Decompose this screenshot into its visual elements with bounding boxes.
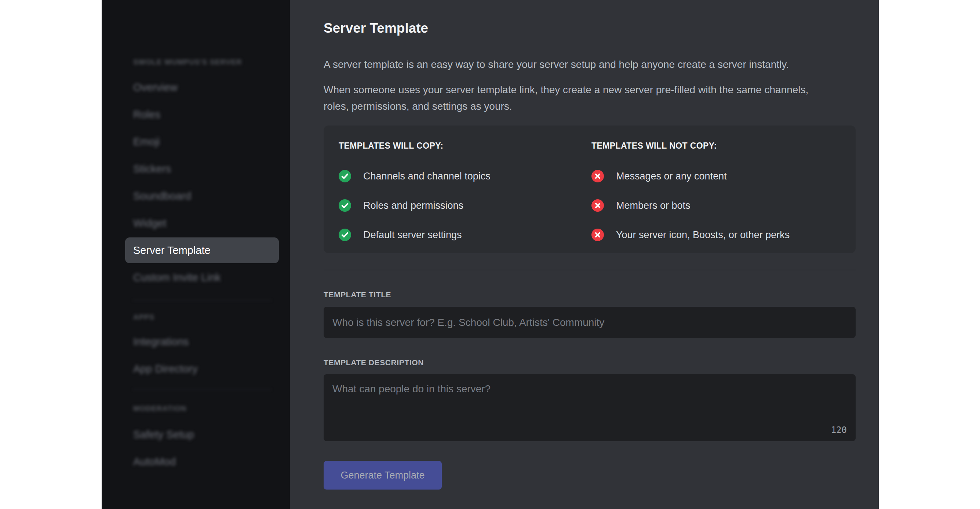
intro-paragraph-2: When someone uses your server template l… bbox=[324, 81, 856, 115]
settings-nav: SWOLE WUMPUS'S SERVER Overview Roles Emo… bbox=[125, 0, 279, 476]
settings-sidebar: SWOLE WUMPUS'S SERVER Overview Roles Emo… bbox=[102, 0, 290, 509]
generate-template-button[interactable]: Generate Template bbox=[324, 461, 442, 490]
will-copy-item: Channels and channel topics bbox=[363, 171, 490, 182]
template-description-label: TEMPLATE DESCRIPTION bbox=[324, 358, 856, 367]
sidebar-section-apps: APPS bbox=[125, 313, 279, 321]
sidebar-item-custom-invite-link[interactable]: Custom Invite Link bbox=[125, 265, 279, 290]
list-item: Messages or any content bbox=[592, 161, 841, 191]
sidebar-item-app-directory[interactable]: App Directory bbox=[125, 356, 279, 382]
sidebar-item-integrations[interactable]: Integrations bbox=[125, 329, 279, 355]
sidebar-section-moderation: MODERATION bbox=[125, 404, 279, 413]
sidebar-item-server-template[interactable]: Server Template bbox=[125, 237, 279, 263]
template-title-label: TEMPLATE TITLE bbox=[324, 290, 856, 299]
x-circle-icon bbox=[592, 229, 604, 241]
will-not-copy-heading: TEMPLATES WILL NOT COPY: bbox=[592, 141, 841, 151]
intro-paragraph-1: A server template is an easy way to shar… bbox=[324, 56, 856, 73]
sidebar-item-widget[interactable]: Widget bbox=[125, 210, 279, 236]
list-item: Roles and permissions bbox=[339, 191, 592, 220]
list-item: Members or bots bbox=[592, 191, 841, 220]
template-description-textarea[interactable] bbox=[324, 374, 856, 441]
characters-remaining-counter: 120 bbox=[831, 425, 847, 435]
sidebar-section-server-name: SWOLE WUMPUS'S SERVER bbox=[125, 58, 279, 67]
template-title-input[interactable] bbox=[324, 307, 856, 338]
sidebar-item-safety-setup[interactable]: Safety Setup bbox=[125, 422, 279, 447]
will-copy-heading: TEMPLATES WILL COPY: bbox=[339, 141, 592, 151]
sidebar-item-soundboard[interactable]: Soundboard bbox=[125, 183, 279, 209]
list-item: Channels and channel topics bbox=[339, 161, 592, 191]
check-circle-icon bbox=[339, 170, 351, 182]
discord-server-settings-window: SWOLE WUMPUS'S SERVER Overview Roles Emo… bbox=[102, 0, 879, 509]
will-copy-item: Default server settings bbox=[363, 229, 462, 241]
sidebar-item-emoji[interactable]: Emoji bbox=[125, 129, 279, 154]
page-title: Server Template bbox=[324, 20, 856, 37]
will-not-copy-column: TEMPLATES WILL NOT COPY: Messages or any… bbox=[592, 141, 841, 250]
sidebar-divider bbox=[132, 300, 272, 301]
section-divider bbox=[324, 270, 856, 270]
list-item: Default server settings bbox=[339, 220, 592, 250]
x-circle-icon bbox=[592, 170, 604, 182]
template-copy-info-card: TEMPLATES WILL COPY: Channels and channe… bbox=[324, 126, 856, 253]
will-copy-column: TEMPLATES WILL COPY: Channels and channe… bbox=[339, 141, 592, 250]
will-copy-item: Roles and permissions bbox=[363, 200, 463, 212]
list-item: Your server icon, Boosts, or other perks bbox=[592, 220, 841, 250]
template-description-wrapper: 120 bbox=[324, 374, 856, 441]
x-circle-icon bbox=[592, 199, 604, 212]
sidebar-item-roles[interactable]: Roles bbox=[125, 102, 279, 127]
server-template-settings-panel: Server Template A server template is an … bbox=[290, 0, 879, 509]
check-circle-icon bbox=[339, 229, 351, 241]
will-not-copy-item: Members or bots bbox=[616, 200, 690, 212]
will-not-copy-item: Your server icon, Boosts, or other perks bbox=[616, 229, 789, 241]
will-not-copy-item: Messages or any content bbox=[616, 171, 727, 182]
sidebar-item-stickers[interactable]: Stickers bbox=[125, 156, 279, 182]
check-circle-icon bbox=[339, 199, 351, 212]
sidebar-item-automod[interactable]: AutoMod bbox=[125, 449, 279, 474]
sidebar-item-overview[interactable]: Overview bbox=[125, 75, 279, 100]
